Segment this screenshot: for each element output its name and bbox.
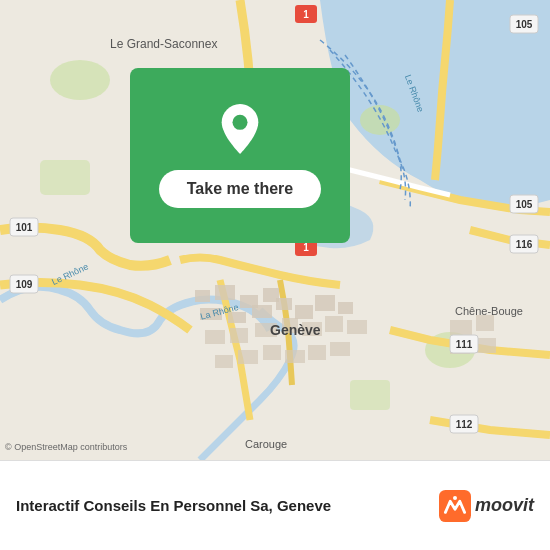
- svg-text:Carouge: Carouge: [245, 438, 287, 450]
- svg-text:105: 105: [516, 199, 533, 210]
- svg-rect-14: [295, 305, 313, 319]
- svg-rect-24: [215, 355, 233, 368]
- svg-rect-28: [308, 345, 326, 360]
- location-pin-icon: [215, 104, 265, 154]
- svg-rect-25: [238, 350, 258, 364]
- svg-rect-63: [439, 490, 471, 522]
- svg-rect-26: [263, 345, 281, 360]
- svg-text:Chêne-Bouge: Chêne-Bouge: [455, 305, 523, 317]
- map-container[interactable]: 101 109 105 105 116 111 112 1 1: [0, 0, 550, 460]
- svg-text:1: 1: [303, 242, 309, 253]
- svg-point-2: [50, 60, 110, 100]
- svg-rect-6: [195, 290, 210, 302]
- place-name: Interactif Conseils En Personnel Sa, Gen…: [16, 497, 439, 514]
- svg-text:Genève: Genève: [270, 322, 321, 338]
- svg-rect-17: [205, 330, 225, 344]
- svg-rect-12: [252, 305, 272, 318]
- svg-rect-18: [230, 328, 248, 343]
- svg-rect-3: [40, 160, 90, 195]
- svg-rect-7: [215, 285, 235, 300]
- svg-text:112: 112: [456, 419, 473, 430]
- moovit-icon: [439, 490, 471, 522]
- svg-point-62: [233, 114, 248, 129]
- svg-text:101: 101: [16, 222, 33, 233]
- svg-rect-23: [347, 320, 367, 334]
- svg-rect-30: [450, 320, 472, 335]
- moovit-logo: moovit: [439, 490, 534, 522]
- svg-rect-5: [350, 380, 390, 410]
- svg-text:109: 109: [16, 279, 33, 290]
- svg-text:Le Grand-Saconnex: Le Grand-Saconnex: [110, 37, 217, 51]
- svg-point-64: [453, 496, 457, 500]
- take-me-there-button[interactable]: Take me there: [159, 170, 321, 208]
- svg-rect-31: [476, 315, 494, 331]
- svg-rect-22: [325, 316, 343, 332]
- svg-text:105: 105: [516, 19, 533, 30]
- svg-rect-27: [285, 350, 305, 363]
- svg-rect-29: [330, 342, 350, 356]
- svg-text:1: 1: [303, 9, 309, 20]
- bottom-bar: Interactif Conseils En Personnel Sa, Gen…: [0, 460, 550, 550]
- svg-rect-15: [315, 295, 335, 311]
- moovit-text-label: moovit: [475, 495, 534, 516]
- svg-rect-13: [276, 298, 292, 310]
- overlay-card: Take me there: [130, 68, 350, 243]
- svg-text:© OpenStreetMap contributors: © OpenStreetMap contributors: [5, 442, 128, 452]
- svg-text:116: 116: [516, 239, 533, 250]
- svg-text:111: 111: [456, 339, 473, 350]
- svg-rect-16: [338, 302, 353, 314]
